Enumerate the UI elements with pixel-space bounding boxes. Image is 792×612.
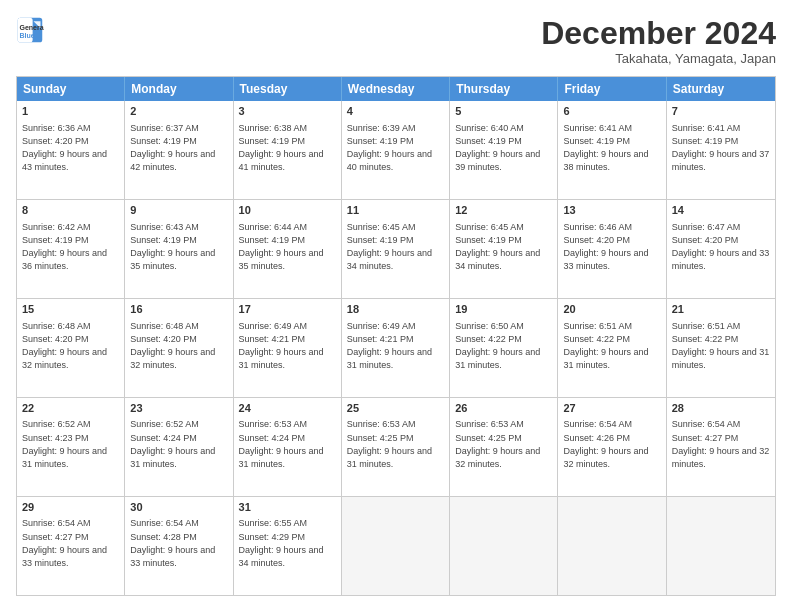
day-number: 23 [130,401,227,416]
week-row-4: 22Sunrise: 6:52 AMSunset: 4:23 PMDayligh… [17,398,775,497]
day-number: 16 [130,302,227,317]
calendar-body: 1Sunrise: 6:36 AMSunset: 4:20 PMDaylight… [17,101,775,595]
cell-3-5: 27Sunrise: 6:54 AMSunset: 4:26 PMDayligh… [558,398,666,496]
cell-1-4: 12Sunrise: 6:45 AMSunset: 4:19 PMDayligh… [450,200,558,298]
cell-0-3: 4Sunrise: 6:39 AMSunset: 4:19 PMDaylight… [342,101,450,199]
cell-info: Sunrise: 6:44 AMSunset: 4:19 PMDaylight:… [239,222,324,272]
cell-2-2: 17Sunrise: 6:49 AMSunset: 4:21 PMDayligh… [234,299,342,397]
cell-info: Sunrise: 6:50 AMSunset: 4:22 PMDaylight:… [455,321,540,371]
cell-0-4: 5Sunrise: 6:40 AMSunset: 4:19 PMDaylight… [450,101,558,199]
cell-info: Sunrise: 6:39 AMSunset: 4:19 PMDaylight:… [347,123,432,173]
day-number: 3 [239,104,336,119]
day-number: 11 [347,203,444,218]
cell-2-6: 21Sunrise: 6:51 AMSunset: 4:22 PMDayligh… [667,299,775,397]
header-wednesday: Wednesday [342,77,450,101]
cell-info: Sunrise: 6:55 AMSunset: 4:29 PMDaylight:… [239,518,324,568]
day-number: 26 [455,401,552,416]
calendar: Sunday Monday Tuesday Wednesday Thursday… [16,76,776,596]
header-monday: Monday [125,77,233,101]
day-number: 29 [22,500,119,515]
cell-info: Sunrise: 6:47 AMSunset: 4:20 PMDaylight:… [672,222,770,272]
day-number: 6 [563,104,660,119]
day-number: 12 [455,203,552,218]
cell-info: Sunrise: 6:54 AMSunset: 4:27 PMDaylight:… [672,419,770,469]
cell-info: Sunrise: 6:36 AMSunset: 4:20 PMDaylight:… [22,123,107,173]
cell-1-5: 13Sunrise: 6:46 AMSunset: 4:20 PMDayligh… [558,200,666,298]
header-friday: Friday [558,77,666,101]
week-row-5: 29Sunrise: 6:54 AMSunset: 4:27 PMDayligh… [17,497,775,595]
cell-1-1: 9Sunrise: 6:43 AMSunset: 4:19 PMDaylight… [125,200,233,298]
cell-4-4 [450,497,558,595]
cell-info: Sunrise: 6:46 AMSunset: 4:20 PMDaylight:… [563,222,648,272]
cell-1-2: 10Sunrise: 6:44 AMSunset: 4:19 PMDayligh… [234,200,342,298]
cell-info: Sunrise: 6:41 AMSunset: 4:19 PMDaylight:… [672,123,770,173]
location: Takahata, Yamagata, Japan [541,51,776,66]
day-number: 4 [347,104,444,119]
header: General Blue December 2024 Takahata, Yam… [16,16,776,66]
cell-1-6: 14Sunrise: 6:47 AMSunset: 4:20 PMDayligh… [667,200,775,298]
cell-4-0: 29Sunrise: 6:54 AMSunset: 4:27 PMDayligh… [17,497,125,595]
day-number: 15 [22,302,119,317]
cell-info: Sunrise: 6:54 AMSunset: 4:28 PMDaylight:… [130,518,215,568]
day-number: 1 [22,104,119,119]
day-number: 24 [239,401,336,416]
day-number: 9 [130,203,227,218]
cell-info: Sunrise: 6:51 AMSunset: 4:22 PMDaylight:… [563,321,648,371]
cell-info: Sunrise: 6:54 AMSunset: 4:27 PMDaylight:… [22,518,107,568]
week-row-2: 8Sunrise: 6:42 AMSunset: 4:19 PMDaylight… [17,200,775,299]
month-title: December 2024 [541,16,776,51]
cell-3-6: 28Sunrise: 6:54 AMSunset: 4:27 PMDayligh… [667,398,775,496]
day-number: 20 [563,302,660,317]
page-container: General Blue December 2024 Takahata, Yam… [0,0,792,612]
cell-info: Sunrise: 6:40 AMSunset: 4:19 PMDaylight:… [455,123,540,173]
cell-4-2: 31Sunrise: 6:55 AMSunset: 4:29 PMDayligh… [234,497,342,595]
header-thursday: Thursday [450,77,558,101]
cell-2-4: 19Sunrise: 6:50 AMSunset: 4:22 PMDayligh… [450,299,558,397]
day-number: 5 [455,104,552,119]
logo: General Blue [16,16,44,44]
day-number: 7 [672,104,770,119]
day-number: 10 [239,203,336,218]
cell-3-0: 22Sunrise: 6:52 AMSunset: 4:23 PMDayligh… [17,398,125,496]
cell-info: Sunrise: 6:51 AMSunset: 4:22 PMDaylight:… [672,321,770,371]
cell-0-0: 1Sunrise: 6:36 AMSunset: 4:20 PMDaylight… [17,101,125,199]
day-number: 25 [347,401,444,416]
day-number: 13 [563,203,660,218]
cell-3-1: 23Sunrise: 6:52 AMSunset: 4:24 PMDayligh… [125,398,233,496]
header-tuesday: Tuesday [234,77,342,101]
cell-info: Sunrise: 6:49 AMSunset: 4:21 PMDaylight:… [239,321,324,371]
cell-0-1: 2Sunrise: 6:37 AMSunset: 4:19 PMDaylight… [125,101,233,199]
cell-0-6: 7Sunrise: 6:41 AMSunset: 4:19 PMDaylight… [667,101,775,199]
week-row-1: 1Sunrise: 6:36 AMSunset: 4:20 PMDaylight… [17,101,775,200]
cell-4-6 [667,497,775,595]
cell-info: Sunrise: 6:53 AMSunset: 4:25 PMDaylight:… [347,419,432,469]
week-row-3: 15Sunrise: 6:48 AMSunset: 4:20 PMDayligh… [17,299,775,398]
header-sunday: Sunday [17,77,125,101]
day-number: 17 [239,302,336,317]
cell-3-2: 24Sunrise: 6:53 AMSunset: 4:24 PMDayligh… [234,398,342,496]
svg-text:General: General [20,24,45,31]
day-number: 19 [455,302,552,317]
cell-info: Sunrise: 6:53 AMSunset: 4:25 PMDaylight:… [455,419,540,469]
cell-4-1: 30Sunrise: 6:54 AMSunset: 4:28 PMDayligh… [125,497,233,595]
day-number: 22 [22,401,119,416]
cell-info: Sunrise: 6:42 AMSunset: 4:19 PMDaylight:… [22,222,107,272]
cell-info: Sunrise: 6:43 AMSunset: 4:19 PMDaylight:… [130,222,215,272]
cell-2-1: 16Sunrise: 6:48 AMSunset: 4:20 PMDayligh… [125,299,233,397]
day-number: 28 [672,401,770,416]
day-number: 30 [130,500,227,515]
cell-4-3 [342,497,450,595]
svg-text:Blue: Blue [20,32,35,39]
cell-info: Sunrise: 6:45 AMSunset: 4:19 PMDaylight:… [347,222,432,272]
cell-1-0: 8Sunrise: 6:42 AMSunset: 4:19 PMDaylight… [17,200,125,298]
cell-info: Sunrise: 6:37 AMSunset: 4:19 PMDaylight:… [130,123,215,173]
cell-info: Sunrise: 6:54 AMSunset: 4:26 PMDaylight:… [563,419,648,469]
cell-info: Sunrise: 6:41 AMSunset: 4:19 PMDaylight:… [563,123,648,173]
cell-2-3: 18Sunrise: 6:49 AMSunset: 4:21 PMDayligh… [342,299,450,397]
cell-2-5: 20Sunrise: 6:51 AMSunset: 4:22 PMDayligh… [558,299,666,397]
day-number: 27 [563,401,660,416]
day-number: 18 [347,302,444,317]
cell-1-3: 11Sunrise: 6:45 AMSunset: 4:19 PMDayligh… [342,200,450,298]
day-number: 21 [672,302,770,317]
cell-info: Sunrise: 6:38 AMSunset: 4:19 PMDaylight:… [239,123,324,173]
